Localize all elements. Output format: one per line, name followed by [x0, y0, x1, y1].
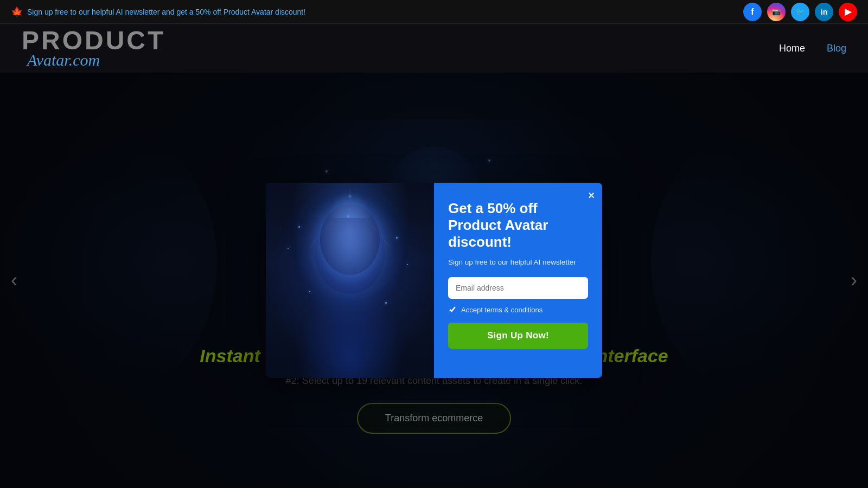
svg-point-4 [349, 209, 351, 211]
logo[interactable]: PRODUCT Avatar.com [22, 28, 165, 69]
maple-leaf-icon: 🍁 [11, 6, 23, 18]
glow-dot [347, 215, 349, 217]
social-icons-bar: f 📷 🐦 in ▶ [743, 3, 857, 21]
signup-button[interactable]: Sign Up Now! [448, 323, 588, 349]
facebook-icon[interactable]: f [743, 3, 762, 21]
nav-blog-link[interactable]: Blog [827, 43, 846, 54]
signup-modal: × Get a 50% off Product Avatar discount!… [266, 183, 602, 378]
terms-checkbox-row: Accept terms & conditions [448, 305, 588, 314]
announcement-text: 🍁 Sign up free to our helpful AI newslet… [11, 6, 305, 18]
linkedin-icon[interactable]: in [815, 3, 833, 21]
announcement-message: Sign up free to our helpful AI newslette… [27, 8, 305, 16]
modal-description: Sign up free to our helpful AI newslette… [448, 258, 588, 268]
logo-avatar-text: Avatar.com [22, 51, 165, 69]
modal-close-button[interactable]: × [588, 189, 595, 202]
youtube-icon[interactable]: ▶ [839, 3, 857, 21]
instagram-icon[interactable]: 📷 [767, 3, 786, 21]
svg-line-1 [350, 199, 391, 248]
modal-image-panel [266, 183, 434, 378]
modal-overlay: × Get a 50% off Product Avatar discount!… [0, 73, 868, 488]
email-input[interactable] [448, 277, 588, 299]
announcement-bar: 🍁 Sign up free to our helpful AI newslet… [0, 0, 868, 24]
terms-label[interactable]: Accept terms & conditions [461, 306, 542, 314]
terms-checkbox[interactable] [448, 305, 457, 314]
svg-point-3 [348, 195, 352, 198]
main-nav: Home Blog [779, 43, 846, 54]
header: PRODUCT Avatar.com Home Blog [0, 24, 868, 73]
modal-lines-svg [266, 183, 434, 378]
modal-title: Get a 50% off Product Avatar discount! [448, 200, 588, 251]
twitter-icon[interactable]: 🐦 [791, 3, 809, 21]
logo-product-text: PRODUCT [22, 28, 165, 54]
svg-line-0 [309, 199, 350, 248]
nav-home-link[interactable]: Home [779, 43, 805, 54]
hero-section: ‹ › Instant Product Optimization | User-… [0, 73, 868, 488]
modal-right-panel: × Get a 50% off Product Avatar discount!… [434, 183, 602, 378]
